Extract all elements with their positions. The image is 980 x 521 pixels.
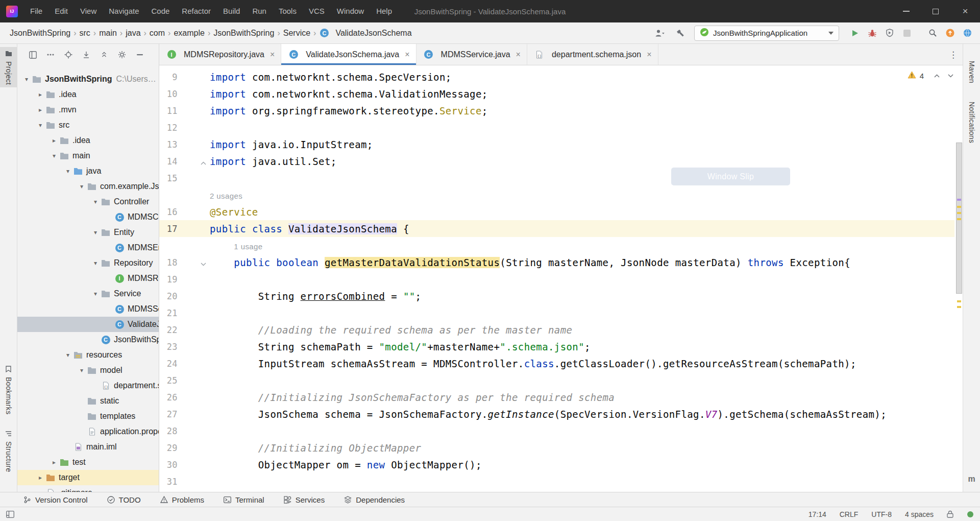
breadcrumb-item-validatejsonschema[interactable]: CValidateJsonSchema: [316, 27, 414, 39]
code-editor[interactable]: 9import com.networknt.schema.SpecVersion…: [159, 65, 963, 492]
tree-item-src[interactable]: ▾src: [17, 117, 159, 133]
chevron-down-icon[interactable]: ▾: [49, 152, 59, 159]
tool-window-button-problems[interactable]: Problems: [160, 495, 204, 504]
tree-item-resources[interactable]: ▾resources: [17, 347, 159, 363]
breadcrumb-item-src[interactable]: src: [77, 28, 93, 39]
chevron-down-icon[interactable]: ▾: [90, 229, 101, 236]
tab-options-kebab-icon[interactable]: ⋮: [949, 44, 958, 65]
code-line[interactable]: 16@Service: [159, 203, 954, 220]
tree-item-mdmsservice[interactable]: CMDMSService: [17, 301, 159, 317]
code-line[interactable]: 9import com.networknt.schema.SpecVersion…: [159, 68, 954, 85]
chevron-down-icon[interactable]: ▾: [90, 259, 101, 267]
stop-button[interactable]: [900, 27, 914, 40]
tool-window-button-dependencies[interactable]: Dependencies: [344, 495, 405, 504]
code-line[interactable]: 21: [159, 304, 954, 321]
debug-button[interactable]: [866, 27, 879, 40]
code-line[interactable]: 19: [159, 271, 954, 288]
tree-item-main[interactable]: ▾main: [17, 148, 159, 163]
menu-tools[interactable]: Tools: [273, 0, 303, 22]
breadcrumb-item-jsonbwithspring[interactable]: JsonBwithSpring: [211, 28, 277, 39]
chevron-down-icon[interactable]: ▾: [90, 290, 101, 297]
tree-item-mvn[interactable]: ▸.mvn: [17, 102, 159, 117]
chevron-right-icon[interactable]: ▸: [49, 137, 59, 144]
menu-code[interactable]: Code: [145, 0, 176, 22]
indent-setting[interactable]: 4 spaces: [905, 510, 934, 518]
fold-collapse-icon[interactable]: [201, 156, 206, 167]
chevron-down-icon[interactable]: ▾: [77, 367, 87, 374]
tree-item-controller[interactable]: ▾Controller: [17, 194, 159, 209]
next-problem-icon[interactable]: [945, 70, 955, 81]
menu-navigate[interactable]: Navigate: [103, 0, 145, 22]
code-line[interactable]: 18 public boolean getMasterDataValidatio…: [159, 254, 954, 271]
chevron-right-icon[interactable]: ▸: [35, 106, 45, 113]
line-separator[interactable]: CRLF: [840, 510, 859, 518]
tree-item-department-schema-json[interactable]: {}department.schema.json: [17, 378, 159, 393]
menu-file[interactable]: File: [24, 0, 48, 22]
tree-item-mdmsrepository[interactable]: IMDMSRepository: [17, 271, 159, 286]
maven-logo-icon[interactable]: m: [963, 475, 980, 484]
tree-item-entity[interactable]: ▾Entity: [17, 225, 159, 240]
tree-item-target[interactable]: ▸target: [17, 470, 159, 485]
tool-window-button-maven[interactable]: Maven: [963, 58, 980, 86]
menu-build[interactable]: Build: [217, 0, 246, 22]
code-line[interactable]: 28: [159, 422, 954, 439]
breadcrumb-item-jsonbwithspring[interactable]: JsonBwithSpring: [7, 28, 73, 39]
tree-item-java[interactable]: ▾java: [17, 163, 159, 179]
scroll-to-source-icon[interactable]: [82, 51, 90, 59]
previous-problem-icon[interactable]: [932, 70, 942, 81]
code-line[interactable]: 26 //Initializing JsonSchemaFactory as p…: [159, 389, 954, 406]
tree-item-test[interactable]: ▸test: [17, 455, 159, 470]
tree-item-mdmscontroller[interactable]: CMDMSController: [17, 209, 159, 225]
menu-view[interactable]: View: [74, 0, 103, 22]
tool-window-button-services[interactable]: Services: [284, 495, 325, 504]
code-line[interactable]: 13import java.io.InputStream;: [159, 136, 954, 153]
chevron-right-icon[interactable]: ▸: [35, 474, 45, 481]
inspection-mark[interactable]: [957, 300, 961, 302]
editor-scrollbar[interactable]: [955, 65, 963, 492]
breadcrumb-item-com[interactable]: com: [147, 28, 167, 39]
code-with-me-icon[interactable]: [961, 27, 974, 40]
inspection-mark[interactable]: [957, 199, 961, 201]
tree-item-model[interactable]: ▾model: [17, 363, 159, 378]
tab-close-icon[interactable]: ×: [405, 50, 409, 59]
caret-position[interactable]: 17:14: [808, 510, 826, 518]
tool-window-button-project[interactable]: Project: [0, 47, 17, 87]
run-with-coverage-button[interactable]: [883, 27, 896, 40]
menu-refactor[interactable]: Refactor: [176, 0, 217, 22]
locate-file-icon[interactable]: [64, 51, 72, 59]
code-line[interactable]: 15: [159, 170, 954, 186]
collapse-all-icon[interactable]: [100, 51, 108, 59]
code-line[interactable]: 1 usage: [159, 237, 954, 254]
editor-tab-mdmsservice-java[interactable]: CMDMSService.java×: [416, 44, 527, 65]
inspection-mark[interactable]: [957, 212, 961, 214]
tool-window-button-notifications[interactable]: Notifications: [963, 99, 980, 146]
layout-icon[interactable]: [29, 51, 37, 59]
close-button[interactable]: ×: [950, 0, 980, 22]
code-line[interactable]: 22 //Loading the required schema as per …: [159, 321, 954, 338]
menu-help[interactable]: Help: [370, 0, 398, 22]
tool-window-button-structure[interactable]: Structure: [0, 427, 17, 475]
maximize-button[interactable]: [921, 0, 950, 22]
tool-window-button-bookmarks[interactable]: Bookmarks: [0, 363, 17, 417]
code-line[interactable]: 14import java.util.Set;: [159, 153, 954, 170]
hide-panel-icon[interactable]: [136, 51, 144, 59]
minimize-button[interactable]: [891, 0, 921, 22]
code-line[interactable]: 30 ObjectMapper om = new ObjectMapper();: [159, 456, 954, 473]
code-line[interactable]: 23 String schemaPath = "model/"+masterNa…: [159, 338, 954, 355]
breadcrumb-item-main[interactable]: main: [96, 28, 119, 39]
code-line[interactable]: 29 //Initializing ObjectMapper: [159, 439, 954, 456]
code-line[interactable]: 2 usages: [159, 186, 954, 203]
build-hammer-icon[interactable]: [674, 27, 687, 40]
tool-window-button-terminal[interactable]: Terminal: [224, 495, 264, 504]
search-everywhere-icon[interactable]: [926, 27, 939, 40]
code-line[interactable]: 24 InputStream schemaAsStream = MDMSCont…: [159, 355, 954, 372]
tree-item-service[interactable]: ▾Service: [17, 286, 159, 301]
tab-close-icon[interactable]: ×: [270, 50, 275, 59]
inspections-widget[interactable]: 4: [908, 70, 955, 81]
tab-close-icon[interactable]: ×: [647, 50, 651, 59]
tree-item-jsonbwithspringapplication[interactable]: CJsonBwithSpringApplication: [17, 332, 159, 347]
chevron-down-icon[interactable]: ▾: [63, 168, 73, 175]
code-line[interactable]: 27 JsonSchema schema = JsonSchemaFactory…: [159, 406, 954, 422]
tree-item-validatejsonschema[interactable]: CValidateJsonSchema: [17, 317, 159, 332]
code-line[interactable]: 25: [159, 372, 954, 389]
